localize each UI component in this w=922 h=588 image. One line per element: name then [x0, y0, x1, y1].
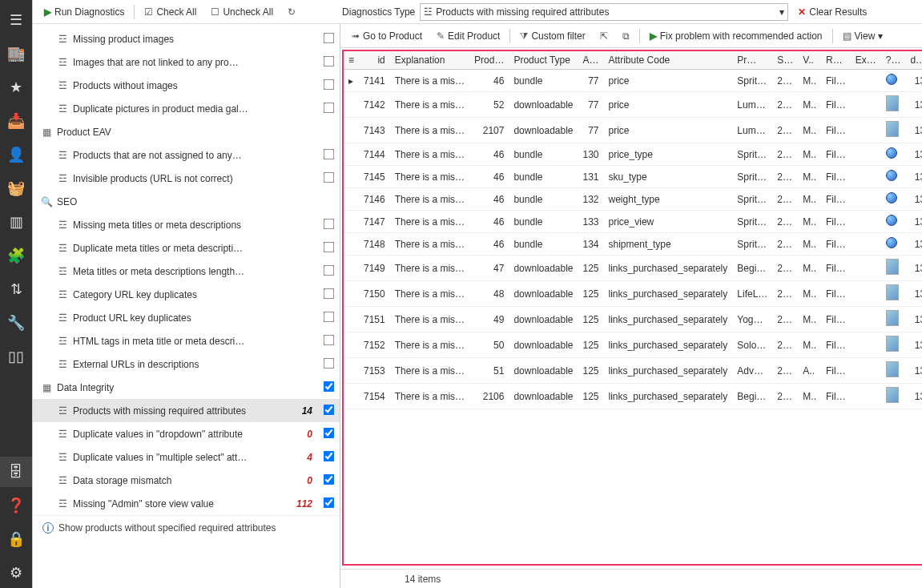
rail-inbox-icon[interactable]: 📥: [0, 106, 32, 136]
table-row[interactable]: 7142There is a mis…52downloadable77price…: [344, 92, 922, 118]
tree-item[interactable]: ☲Product URL key duplicates: [33, 306, 340, 329]
tree-item[interactable]: ☲Products that are not assigned to any…: [33, 143, 340, 167]
rail-chart-icon[interactable]: ▥: [0, 207, 32, 237]
tree-item-checkbox[interactable]: [317, 288, 340, 301]
copy-button[interactable]: ⧉: [618, 29, 634, 43]
table-row[interactable]: 7154There is a mis…2106downloadable125li…: [344, 384, 922, 409]
tree-item[interactable]: ☲HTML tags in meta title or meta descri…: [33, 329, 340, 352]
col-header[interactable]: ≡: [344, 51, 359, 70]
tree-item[interactable]: ☲Products with missing required attribut…: [33, 399, 340, 422]
tree-item[interactable]: ☲Missing meta titles or meta description…: [33, 213, 340, 236]
tree-item-checkbox[interactable]: [317, 79, 340, 92]
fix-problem-button[interactable]: ▶ Fix problem with recommended action: [645, 29, 827, 43]
refresh-button[interactable]: ↻: [283, 5, 300, 19]
rail-basket-icon[interactable]: 🧺: [0, 173, 32, 203]
tree-item-checkbox[interactable]: [317, 358, 340, 371]
tree-item-checkbox[interactable]: [317, 497, 340, 510]
table-row[interactable]: 7150There is a mis…48downloadable125link…: [344, 281, 922, 307]
tree-item-checkbox[interactable]: [317, 335, 340, 348]
col-header[interactable]: V..: [798, 51, 821, 70]
clear-results-button[interactable]: ✕ Clear Results: [793, 5, 872, 19]
results-grid[interactable]: ≡idExplanationProd…Product TypeA…Attribu…: [344, 51, 922, 409]
col-header[interactable]: id: [359, 51, 390, 70]
diagnostics-type-dropdown[interactable]: ☳ Products with missing required attribu…: [420, 3, 788, 21]
tree-item-checkbox[interactable]: [317, 242, 340, 255]
table-row[interactable]: 7151There is a mis…49downloadable125link…: [344, 307, 922, 332]
rail-columns-icon[interactable]: ▯▯: [0, 341, 32, 372]
tree-item-checkbox[interactable]: [317, 405, 340, 417]
rail-transfer-icon[interactable]: ⇅: [0, 274, 32, 304]
tree-item-checkbox[interactable]: [317, 381, 340, 394]
check-all-button[interactable]: ☑ Check All: [139, 5, 201, 19]
tree-item[interactable]: ☲Data storage mismatch0: [33, 469, 340, 492]
tree-item[interactable]: ☲Duplicate meta titles or meta descripti…: [33, 236, 340, 260]
rail-user-icon[interactable]: 👤: [0, 139, 32, 170]
col-header[interactable]: Pr…: [732, 51, 772, 70]
tree-item-checkbox[interactable]: [317, 56, 340, 69]
tree-item[interactable]: ☲External URLs in descriptions: [33, 352, 340, 376]
globe-icon: [886, 192, 897, 203]
tree-item-checkbox[interactable]: [317, 103, 340, 115]
rail-help-icon[interactable]: ❓: [0, 490, 32, 521]
col-header[interactable]: d…: [905, 51, 922, 70]
tree-item-checkbox[interactable]: [317, 219, 340, 232]
col-header[interactable]: S…: [772, 51, 798, 70]
tree-item-checkbox[interactable]: [317, 172, 340, 185]
tree-item-checkbox[interactable]: [317, 265, 340, 278]
rail-gear-icon[interactable]: ⚙: [0, 558, 32, 588]
run-diagnostics-button[interactable]: ▶ Run Diagnostics: [39, 5, 129, 19]
rail-diagnostics-icon[interactable]: 🗄: [0, 457, 32, 487]
rail-lock-icon[interactable]: 🔒: [0, 524, 32, 554]
rail-wrench-icon[interactable]: 🔧: [0, 308, 32, 338]
tree-category[interactable]: 🔍SEO: [33, 190, 340, 213]
table-row[interactable]: 7149There is a mis…47downloadable125link…: [344, 256, 922, 281]
tree-item[interactable]: ☲Images that are not linked to any pro…: [33, 50, 340, 74]
col-header[interactable]: Attribute Code: [604, 51, 733, 70]
table-row[interactable]: 7145There is a mis…46bundle131sku_typeSp…: [344, 166, 922, 188]
tree-item-checkbox[interactable]: [317, 312, 340, 324]
uncheck-all-button[interactable]: ☐ Uncheck All: [206, 5, 278, 19]
table-row[interactable]: 7144There is a mis…46bundle130price_type…: [344, 143, 922, 166]
rail-menu-icon[interactable]: ☰: [0, 5, 32, 35]
col-header[interactable]: Explanation: [390, 51, 469, 70]
export-button[interactable]: ⇱: [595, 29, 613, 43]
cell: links_purchased_separately: [604, 384, 733, 409]
table-row[interactable]: 7153There is a mis…51downloadable125link…: [344, 358, 922, 384]
view-dropdown[interactable]: ▤ View ▾: [838, 29, 888, 43]
col-header[interactable]: ?…: [881, 51, 906, 70]
col-header[interactable]: Prod…: [469, 51, 509, 70]
goto-product-button[interactable]: ➟ Go to Product: [347, 29, 427, 43]
tree-item[interactable]: ☲Category URL key duplicates: [33, 283, 340, 306]
tree-item-checkbox[interactable]: [317, 474, 340, 487]
table-row[interactable]: ▸7141There is a mis…46bundle77priceSprit…: [344, 70, 922, 92]
table-row[interactable]: 7152There is a mis…50downloadable125link…: [344, 332, 922, 358]
table-row[interactable]: 7147There is a mis…46bundle133price_view…: [344, 211, 922, 233]
table-row[interactable]: 7146There is a mis…46bundle132weight_typ…: [344, 188, 922, 211]
tree-item-checkbox[interactable]: [317, 149, 340, 162]
table-row[interactable]: 7148There is a mis…46bundle134shipment_t…: [344, 233, 922, 256]
tree-item-checkbox[interactable]: [317, 33, 340, 46]
chevron-down-icon: ▾: [779, 6, 784, 18]
tree-item[interactable]: ☲Duplicate pictures in product media gal…: [33, 97, 340, 120]
col-header[interactable]: A…: [578, 51, 604, 70]
tree-item[interactable]: ☲Duplicate values in "dropdown" attribut…: [33, 422, 340, 445]
rail-puzzle-icon[interactable]: 🧩: [0, 240, 32, 271]
col-header[interactable]: R…: [821, 51, 851, 70]
tree-item[interactable]: ☲Missing product images: [33, 27, 340, 50]
rail-store-icon[interactable]: 🏬: [0, 38, 32, 69]
custom-filter-button[interactable]: ⧩ Custom filter: [515, 29, 590, 43]
tree-category[interactable]: ▦Product EAV: [33, 120, 340, 143]
tree-item[interactable]: ☲Meta titles or meta descriptions length…: [33, 260, 340, 283]
tree-item[interactable]: ☲Invisible products (URL is not correct): [33, 167, 340, 190]
edit-product-button[interactable]: ✎ Edit Product: [432, 29, 505, 43]
table-row[interactable]: 7143There is a mis…2107downloadable77pri…: [344, 118, 922, 143]
tree-item[interactable]: ☲Missing "Admin" store view value112: [33, 492, 340, 515]
tree-item-checkbox[interactable]: [317, 428, 340, 441]
tree-item-checkbox[interactable]: [317, 451, 340, 464]
col-header[interactable]: Ex…: [851, 51, 881, 70]
tree-item[interactable]: ☲Products without images: [33, 74, 340, 97]
tree-item[interactable]: ☲Duplicate values in "multiple select" a…: [33, 445, 340, 469]
rail-star-icon[interactable]: ★: [0, 72, 32, 103]
tree-category[interactable]: ▦Data Integrity: [33, 376, 340, 399]
col-header[interactable]: Product Type: [509, 51, 578, 70]
